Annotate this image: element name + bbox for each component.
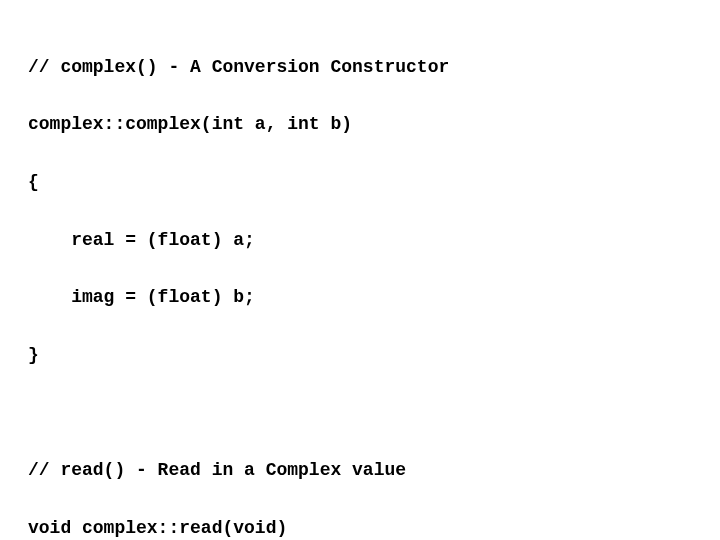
code-line: // read() - Read in a Complex value (28, 456, 692, 485)
code-line: } (28, 341, 692, 370)
code-line: complex::complex(int a, int b) (28, 110, 692, 139)
code-line: // complex() - A Conversion Constructor (28, 53, 692, 82)
code-line: { (28, 168, 692, 197)
code-line: real = (float) a; (28, 226, 692, 255)
code-line (28, 398, 692, 427)
code-snippet: // complex() - A Conversion Constructor … (0, 0, 720, 540)
code-line: void complex::read(void) (28, 514, 692, 540)
code-line: imag = (float) b; (28, 283, 692, 312)
